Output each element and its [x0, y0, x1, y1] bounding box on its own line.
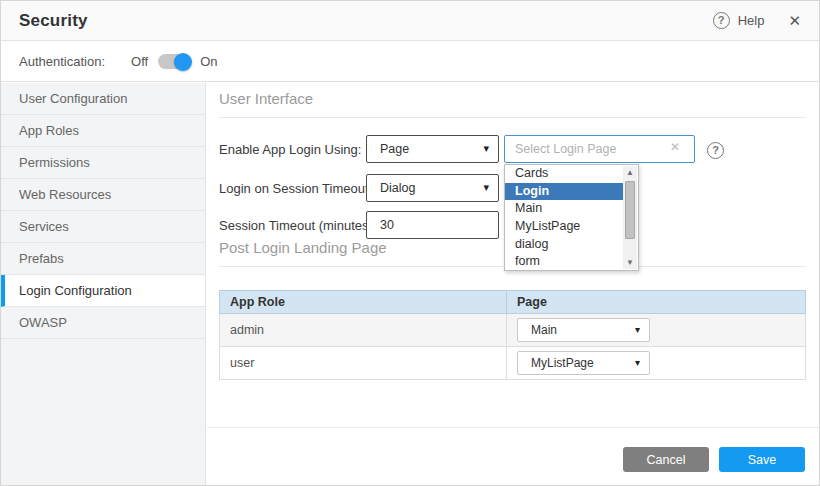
sidebar-item-permissions[interactable]: Permissions [1, 147, 205, 179]
admin-page-value: Main [531, 323, 557, 337]
dialog-header: Security Help [1, 1, 819, 41]
footer-divider [207, 427, 819, 428]
page-title: Security [19, 11, 713, 31]
admin-page-select[interactable]: Main [517, 318, 650, 342]
login-type-select[interactable]: Page [366, 135, 499, 163]
close-icon[interactable] [788, 13, 801, 28]
help-link[interactable]: Help [738, 13, 765, 28]
dropdown-option-mylistpage[interactable]: MyListPage [505, 218, 623, 236]
field-help-icon[interactable] [707, 140, 724, 159]
toggle-knob [174, 53, 192, 71]
login-on-session-timeout-label: Login on Session Timeout: [219, 181, 372, 196]
security-dialog: Security Help Authentication: Off On Use… [0, 0, 820, 486]
col-header-app-role: App Role [220, 291, 507, 314]
sidebar-item-prefabs[interactable]: Prefabs [1, 243, 205, 275]
login-page-dropdown: Cards Login Main MyListPage dialog form [504, 164, 639, 271]
enable-app-login-label: Enable App Login Using: [219, 142, 361, 157]
sidebar-item-login-configuration[interactable]: Login Configuration [1, 275, 205, 307]
dropdown-option-main[interactable]: Main [505, 200, 623, 218]
sidebar-item-owasp[interactable]: OWASP [1, 307, 205, 339]
scroll-down-icon[interactable] [623, 256, 637, 269]
table-row-admin: admin Main [220, 314, 806, 347]
sidebar-item-app-roles[interactable]: App Roles [1, 115, 205, 147]
sidebar-item-user-configuration[interactable]: User Configuration [1, 83, 205, 115]
session-timeout-type-select[interactable]: Dialog [366, 174, 499, 202]
authentication-bar: Authentication: Off On [1, 42, 819, 82]
session-timeout-login-row: Login on Session Timeout: [219, 174, 372, 202]
dropdown-option-dialog[interactable]: dialog [505, 236, 623, 254]
authentication-label: Authentication: [19, 54, 105, 69]
toggle-on-label: On [200, 54, 217, 69]
help-icon[interactable] [713, 12, 730, 29]
settings-sidebar: User Configuration App Roles Permissions… [1, 83, 206, 485]
user-page-value: MyListPage [531, 356, 594, 370]
post-login-landing-table: App Role Page admin Main user MyListPage [219, 290, 806, 380]
app-role-cell: user [220, 347, 507, 380]
dropdown-scrollbar[interactable] [623, 166, 637, 269]
app-role-cell: admin [220, 314, 507, 347]
sidebar-item-web-resources[interactable]: Web Resources [1, 179, 205, 211]
session-timeout-minutes-label: Session Timeout (minutes): [219, 218, 377, 233]
cancel-button[interactable]: Cancel [623, 447, 709, 472]
login-type-value: Page [380, 142, 409, 156]
authentication-toggle[interactable] [158, 54, 190, 69]
login-configuration-panel: User Interface Enable App Login Using: P… [207, 83, 819, 485]
scrollbar-thumb[interactable] [625, 181, 635, 239]
toggle-off-label: Off [131, 54, 148, 69]
enable-app-login-row: Enable App Login Using: [219, 135, 361, 163]
dropdown-option-cards[interactable]: Cards [505, 165, 623, 183]
select-login-page-input[interactable] [504, 135, 695, 163]
table-header-row: App Role Page [220, 291, 806, 314]
clear-icon[interactable] [670, 141, 680, 153]
col-header-page: Page [507, 291, 806, 314]
save-button[interactable]: Save [719, 447, 805, 472]
dropdown-option-login[interactable]: Login [505, 183, 623, 201]
scroll-up-icon[interactable] [623, 166, 637, 179]
session-timeout-type-value: Dialog [380, 181, 415, 195]
table-row-user: user MyListPage [220, 347, 806, 380]
user-page-select[interactable]: MyListPage [517, 351, 650, 375]
section-title-user-interface: User Interface [219, 90, 806, 118]
dropdown-option-form[interactable]: form [505, 253, 623, 271]
session-timeout-minutes-input[interactable] [366, 211, 499, 239]
sidebar-item-services[interactable]: Services [1, 211, 205, 243]
session-timeout-minutes-row: Session Timeout (minutes): [219, 211, 377, 239]
